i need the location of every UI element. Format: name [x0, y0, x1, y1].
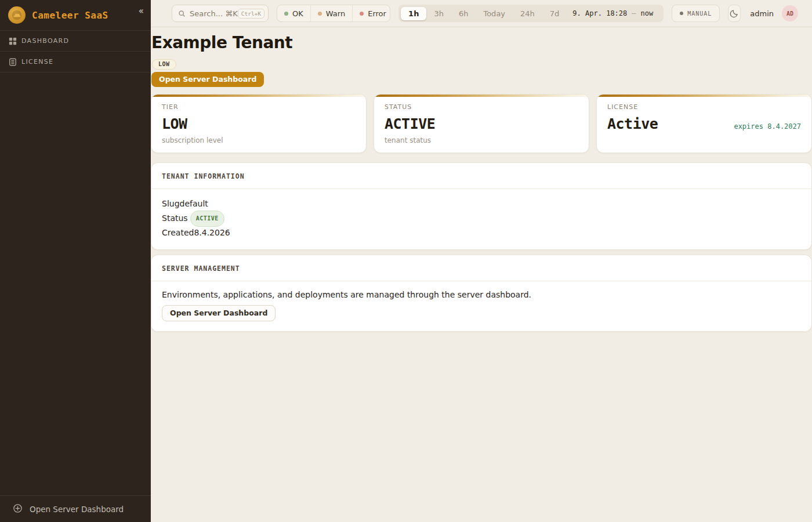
status-filter-group: OK Warn Error Running — [277, 5, 390, 22]
document-icon — [8, 57, 17, 67]
status-card-value: ACTIVE — [385, 115, 435, 132]
sidebar-open-server-dashboard[interactable]: Open Server Dashboard — [0, 495, 151, 522]
server-management-panel: SERVER MANAGEMENT Environments, applicat… — [151, 255, 812, 332]
status-filter-label: Warn — [326, 9, 345, 18]
moon-icon — [730, 9, 739, 18]
tier-badge: LOW — [152, 59, 176, 70]
sidebar-footer-label: Open Server Dashboard — [30, 505, 124, 514]
time-range-1h[interactable]: 1h — [401, 7, 426, 20]
slug-value: default — [180, 198, 208, 211]
error-dot-icon — [360, 12, 364, 16]
status-badge: ACTIVE — [190, 211, 224, 227]
time-end: now — [641, 9, 654, 17]
app-title: Cameleer SaaS — [32, 10, 139, 21]
status-card-sub: tenant status — [385, 136, 578, 144]
tenant-information-panel: TENANT INFORMATION Slugdefault StatusACT… — [151, 162, 812, 250]
status-filter-warn[interactable]: Warn — [311, 5, 353, 21]
search-input[interactable]: Search... ⌘K Ctrl+K — [172, 5, 269, 22]
license-card-label: LICENSE — [607, 103, 801, 111]
slug-label: Slug — [162, 198, 180, 211]
sidebar-collapse-button[interactable]: « — [139, 7, 143, 16]
license-card-value: Active — [607, 115, 658, 132]
manual-refresh-button[interactable]: MANUAL — [672, 5, 720, 22]
sidebar-item-dashboard[interactable]: DASHBOARD — [0, 31, 151, 52]
sidebar-item-label: LICENSE — [21, 58, 53, 66]
created-label: Created — [162, 227, 194, 240]
app-logo — [8, 6, 26, 24]
dark-mode-toggle[interactable] — [728, 5, 741, 22]
time-range-6h[interactable]: 6h — [451, 7, 476, 20]
time-range-group: 1h 3h 6h Today 24h 7d 9. Apr. 18:28 — no… — [398, 5, 664, 22]
open-server-dashboard-button[interactable]: Open Server Dashboard — [151, 72, 264, 87]
main-column: Search... ⌘K Ctrl+K OK Warn Error Runnin… — [151, 0, 812, 522]
time-range-24h[interactable]: 24h — [513, 7, 542, 20]
status-card: STATUS ACTIVE tenant status — [374, 94, 589, 153]
time-range-3h[interactable]: 3h — [426, 7, 451, 20]
manual-dot-icon — [680, 12, 683, 15]
search-shortcut-chip: Ctrl+K — [238, 9, 264, 19]
time-separator: — — [632, 9, 636, 17]
status-card-label: STATUS — [385, 103, 578, 111]
time-display[interactable]: 9. Apr. 18:28 — now — [567, 9, 661, 17]
page-content: Example Tenant LOW Open Server Dashboard… — [151, 27, 812, 522]
status-filter-label: Error — [368, 9, 386, 18]
warn-dot-icon — [318, 12, 322, 16]
tier-card-label: TIER — [162, 103, 356, 111]
status-filter-label: OK — [292, 9, 303, 18]
tier-card: TIER LOW subscription level — [151, 94, 367, 153]
sidebar-header: Cameleer SaaS « — [0, 0, 151, 31]
search-placeholder: Search... ⌘K — [190, 9, 238, 18]
license-expiry: expires 8.4.2027 — [734, 122, 801, 130]
tenant-slug-row: Slugdefault — [162, 198, 801, 211]
user-name[interactable]: admin — [750, 9, 774, 18]
stat-card-grid: TIER LOW subscription level STATUS ACTIV… — [151, 94, 812, 153]
sidebar-item-label: DASHBOARD — [21, 37, 69, 45]
status-filter-ok[interactable]: OK — [277, 5, 311, 21]
server-management-description: Environments, applications, and deployme… — [162, 290, 801, 299]
sidebar-item-license[interactable]: LICENSE — [0, 52, 151, 72]
search-icon — [178, 10, 186, 17]
license-card: LICENSE Active expires 8.4.2027 — [596, 94, 812, 153]
page-title: Example Tenant — [151, 33, 812, 52]
avatar[interactable]: AD — [782, 5, 798, 21]
globe-plus-icon — [13, 503, 23, 515]
tenant-created-row: Created8.4.2026 — [162, 227, 801, 240]
grid-icon — [8, 37, 17, 46]
tenant-status-row: StatusACTIVE — [162, 211, 801, 227]
sidebar-spacer — [0, 72, 151, 495]
time-range-today[interactable]: Today — [476, 7, 513, 20]
server-management-header: SERVER MANAGEMENT — [151, 255, 811, 281]
tenant-information-header: TENANT INFORMATION — [151, 163, 811, 189]
topbar: Search... ⌘K Ctrl+K OK Warn Error Runnin… — [151, 0, 812, 27]
tier-card-value: LOW — [162, 115, 187, 132]
time-start: 9. Apr. 18:28 — [572, 9, 627, 17]
created-value: 8.4.2026 — [194, 227, 230, 240]
tier-card-sub: subscription level — [162, 136, 356, 144]
camel-icon — [11, 9, 23, 21]
time-range-7d[interactable]: 7d — [542, 7, 567, 20]
status-filter-error[interactable]: Error — [353, 5, 390, 21]
manual-label: MANUAL — [687, 10, 712, 17]
open-server-dashboard-secondary-button[interactable]: Open Server Dashboard — [162, 305, 276, 321]
sidebar: Cameleer SaaS « DASHBOARD LICENSE — [0, 0, 151, 522]
status-label: Status — [162, 212, 188, 225]
ok-dot-icon — [284, 12, 288, 16]
